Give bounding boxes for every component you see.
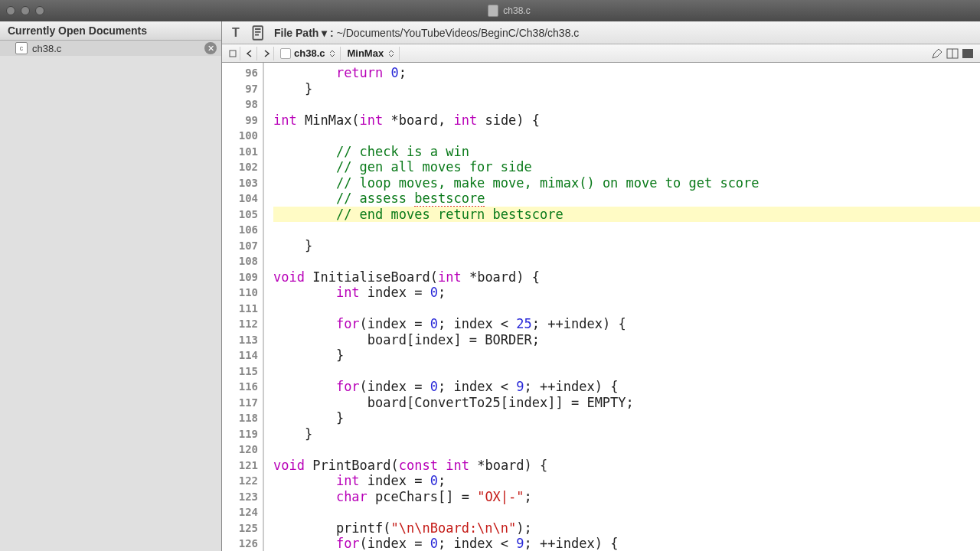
line-number: 101 xyxy=(222,144,258,160)
edit-icon[interactable] xyxy=(931,47,943,60)
line-number: 118 xyxy=(222,410,258,426)
line-number: 107 xyxy=(222,238,258,254)
window-title: ch38.c xyxy=(503,5,530,16)
code-line[interactable]: char pceChars[] = "OX|-"; xyxy=(273,489,980,505)
code-line[interactable]: return 0; xyxy=(273,65,980,81)
code-line[interactable]: // gen all moves for side xyxy=(273,159,980,175)
symbol-selector-label: MinMax xyxy=(347,47,384,59)
traffic-lights xyxy=(6,6,44,15)
line-number: 110 xyxy=(222,285,258,301)
line-number: 112 xyxy=(222,316,258,332)
code-line[interactable] xyxy=(273,442,980,458)
nav-forward-button[interactable] xyxy=(259,47,274,60)
minimize-window-button[interactable] xyxy=(21,6,30,15)
code-area[interactable]: 9697989910010110210310410510610710810911… xyxy=(222,63,980,551)
line-number: 103 xyxy=(222,175,258,191)
line-number: 114 xyxy=(222,347,258,364)
open-document-label: ch38.c xyxy=(32,43,215,54)
code-line[interactable]: for(index = 0; index < 25; ++index) { xyxy=(273,316,980,332)
code-line[interactable]: board[ConvertTo25[index]] = EMPTY; xyxy=(273,395,980,411)
line-number: 123 xyxy=(222,489,258,505)
code-line[interactable] xyxy=(273,96,980,112)
code-line[interactable]: void PrintBoard(const int *board) { xyxy=(273,458,980,474)
code-line[interactable]: } xyxy=(273,347,980,364)
code-line[interactable]: } xyxy=(273,81,980,97)
code-line[interactable]: int MinMax(int *board, int side) { xyxy=(273,112,980,129)
code-line[interactable]: printf("\n\nBoard:\n\n"); xyxy=(273,520,980,536)
svg-rect-4 xyxy=(962,49,973,58)
close-window-button[interactable] xyxy=(6,6,15,15)
split-icon[interactable] xyxy=(946,47,959,60)
file-path-value: ~/Documents/YouTubeVideos/BeginC/Ch38/ch… xyxy=(337,27,580,39)
nav-back-button[interactable] xyxy=(242,47,257,60)
file-path[interactable]: File Path ▾ : ~/Documents/YouTubeVideos/… xyxy=(274,27,579,39)
open-document-item[interactable]: c ch38.c ✕ xyxy=(0,41,221,56)
line-number-gutter: 9697989910010110210310410510610710810911… xyxy=(222,63,264,551)
path-bar: T File Path ▾ : ~/Documents/YouTubeVideo… xyxy=(222,21,980,44)
stepper-icon xyxy=(388,50,394,57)
code-line[interactable] xyxy=(273,504,980,520)
nav-bar: ch38.c MinMax xyxy=(222,44,980,63)
line-number: 122 xyxy=(222,473,258,489)
document-icon xyxy=(488,5,498,17)
symbol-selector[interactable]: MinMax xyxy=(342,47,400,60)
line-number: 102 xyxy=(222,159,258,175)
code-line[interactable] xyxy=(273,364,980,380)
line-number: 116 xyxy=(222,379,258,395)
code-line[interactable]: int index = 0; xyxy=(273,285,980,301)
sidebar: Currently Open Documents c ch38.c ✕ xyxy=(0,21,222,551)
code-line[interactable] xyxy=(273,301,980,317)
line-number: 125 xyxy=(222,520,258,536)
code-line[interactable]: } xyxy=(273,410,980,426)
line-number: 105 xyxy=(222,207,258,223)
stepper-icon xyxy=(329,50,335,57)
c-file-icon: c xyxy=(15,42,28,54)
document-nav-icon[interactable] xyxy=(251,25,266,41)
sidebar-header: Currently Open Documents xyxy=(0,21,221,41)
code-line[interactable]: // end moves return bestscore xyxy=(273,207,980,223)
code-line[interactable]: // assess bestscore xyxy=(273,191,980,207)
code-line[interactable]: board[index] = BORDER; xyxy=(273,332,980,348)
line-number: 121 xyxy=(222,458,258,474)
svg-rect-1 xyxy=(230,51,236,57)
code-content[interactable]: return 0; }int MinMax(int *board, int si… xyxy=(264,63,980,551)
code-line[interactable]: int index = 0; xyxy=(273,473,980,489)
line-number: 113 xyxy=(222,332,258,348)
code-line[interactable] xyxy=(273,128,980,144)
line-number: 99 xyxy=(222,112,258,129)
code-line[interactable]: void InitialiseBoard(int *board) { xyxy=(273,269,980,285)
window-titlebar: ch38.c xyxy=(0,0,980,21)
line-number: 126 xyxy=(222,536,258,551)
file-selector-label: ch38.c xyxy=(294,47,325,59)
close-document-button[interactable]: ✕ xyxy=(204,42,217,54)
code-line[interactable]: } xyxy=(273,238,980,254)
code-line[interactable]: } xyxy=(273,426,980,442)
line-number: 120 xyxy=(222,442,258,458)
file-selector[interactable]: ch38.c xyxy=(276,47,341,60)
code-line[interactable]: // loop moves, make move, mimax() on mov… xyxy=(273,175,980,191)
code-line[interactable]: // check is a win xyxy=(273,144,980,160)
code-line[interactable]: for(index = 0; index < 9; ++index) { xyxy=(273,379,980,395)
line-number: 115 xyxy=(222,364,258,380)
code-line[interactable] xyxy=(273,253,980,269)
line-number: 117 xyxy=(222,395,258,411)
code-line[interactable] xyxy=(273,222,980,238)
line-number: 97 xyxy=(222,81,258,97)
line-number: 96 xyxy=(222,65,258,81)
line-number: 119 xyxy=(222,426,258,442)
line-number: 108 xyxy=(222,253,258,269)
line-number: 100 xyxy=(222,128,258,144)
code-line[interactable]: for(index = 0; index < 9; ++index) { xyxy=(273,536,980,551)
line-number: 111 xyxy=(222,301,258,317)
editor-pane: T File Path ▾ : ~/Documents/YouTubeVideo… xyxy=(222,21,980,551)
zoom-window-button[interactable] xyxy=(35,6,44,15)
panel-icon[interactable] xyxy=(962,47,974,60)
file-path-label: File Path ▾ : xyxy=(274,27,337,39)
line-number: 98 xyxy=(222,96,258,112)
collapse-nav-icon[interactable] xyxy=(225,47,240,60)
svg-rect-0 xyxy=(253,26,263,40)
line-number: 104 xyxy=(222,191,258,207)
line-number: 109 xyxy=(222,269,258,285)
file-icon xyxy=(280,48,291,59)
text-mode-icon[interactable]: T xyxy=(228,25,243,41)
